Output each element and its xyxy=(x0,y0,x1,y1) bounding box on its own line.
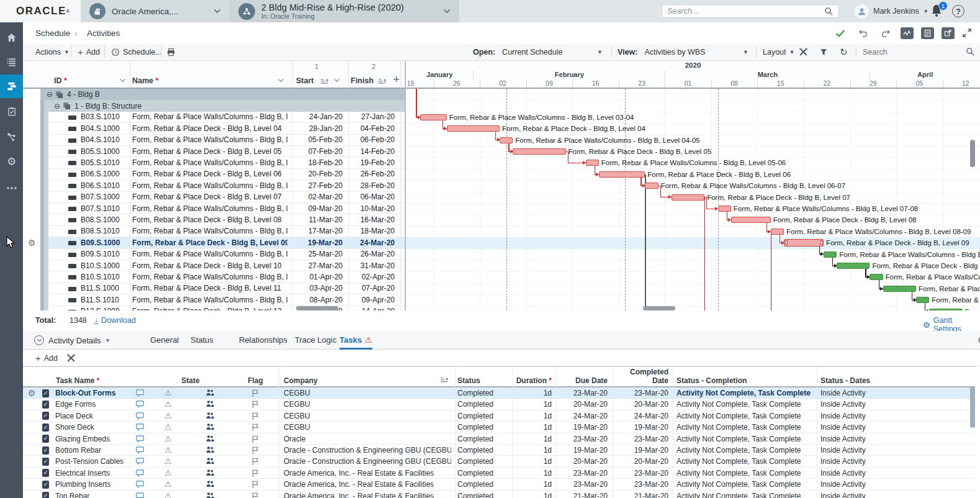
search-icon[interactable] xyxy=(824,7,834,16)
tab-relationships[interactable]: Relationships xyxy=(239,331,287,350)
assignees-icon[interactable] xyxy=(205,435,215,442)
table-row[interactable]: B11.S.1010Form, Rebar & Place Walls/Colu… xyxy=(48,294,405,306)
refresh-button[interactable]: ↻ xyxy=(840,43,848,60)
warning-icon[interactable]: ⚠ xyxy=(164,411,172,420)
global-search-input[interactable] xyxy=(667,7,824,16)
table-row[interactable]: B05.S.1010Form, Rebar & Place Walls/Colu… xyxy=(48,157,405,168)
download-button[interactable]: ↓ Download xyxy=(94,316,136,325)
table-hscrollbar[interactable] xyxy=(296,306,338,310)
comment-icon[interactable] xyxy=(135,412,145,420)
comment-icon[interactable] xyxy=(135,469,145,477)
flag-icon[interactable] xyxy=(251,423,259,432)
gantt-bar[interactable] xyxy=(599,171,645,178)
gantt-bar[interactable] xyxy=(513,148,565,155)
layout-menu[interactable]: Layout▼ xyxy=(763,43,794,60)
chevron-down-icon[interactable] xyxy=(119,78,126,83)
user-menu[interactable]: Mark Jenkins ▼ xyxy=(855,0,928,22)
gantt-bar[interactable] xyxy=(771,229,784,235)
warning-icon[interactable]: ⚠ xyxy=(164,468,172,478)
comment-icon[interactable] xyxy=(135,423,145,431)
column-header-completed-date[interactable]: Completed xyxy=(615,368,668,376)
column-header-status[interactable]: Status xyxy=(457,376,480,385)
column-header-state[interactable]: State xyxy=(166,376,215,385)
gantt-bar[interactable] xyxy=(500,137,513,143)
toolbar-search-input[interactable] xyxy=(863,48,937,57)
project-selector[interactable]: 2 Bldg Mid-Rise & High-Rise (2020) In: O… xyxy=(230,0,459,22)
gantt-bar[interactable] xyxy=(916,297,929,303)
flag-icon[interactable] xyxy=(251,400,259,409)
column-header-duration[interactable]: Duration * xyxy=(513,376,552,385)
gantt-hscrollbar[interactable] xyxy=(643,306,675,310)
warning-icon[interactable]: ⚠ xyxy=(164,422,172,432)
chevron-down-icon[interactable] xyxy=(277,78,284,83)
table-row[interactable]: B07.S.1000Form, Rebar & Place Deck - Bld… xyxy=(48,192,405,203)
tasks-vscrollbar[interactable] xyxy=(970,387,975,428)
assignees-icon[interactable] xyxy=(205,480,215,487)
help-button[interactable]: ? xyxy=(952,5,964,17)
redo-button[interactable] xyxy=(881,22,891,43)
assignees-icon[interactable] xyxy=(205,389,215,396)
notifications-button[interactable]: 1 xyxy=(930,3,946,19)
nav-more[interactable] xyxy=(0,176,23,200)
tab-status[interactable]: Status xyxy=(191,331,214,350)
flag-icon[interactable] xyxy=(251,446,259,455)
comment-icon[interactable] xyxy=(135,435,145,443)
add-activity-button[interactable]: +Add xyxy=(78,43,100,60)
collapse-toggle-icon[interactable]: ⊖ xyxy=(54,102,60,111)
workspace-selector[interactable]: Oracle America,... xyxy=(81,0,230,22)
column-header-name[interactable]: Name * xyxy=(132,76,158,85)
table-row[interactable]: B08.S.1000Form, Rebar & Place Deck - Bld… xyxy=(48,214,405,225)
table-row[interactable]: B05.S.1000Form, Rebar & Place Deck - Bld… xyxy=(48,146,405,157)
activity-details-selector[interactable]: Activity Details ▼ xyxy=(34,331,110,350)
filter-button[interactable] xyxy=(819,43,828,60)
column-header-status-dates[interactable]: Status - Dates xyxy=(820,376,870,385)
gantt-bar-selected[interactable] xyxy=(784,239,824,247)
global-search[interactable] xyxy=(662,4,839,18)
bar-resize-handle[interactable] xyxy=(820,240,822,245)
flag-icon[interactable] xyxy=(251,389,259,397)
comment-icon[interactable] xyxy=(135,389,145,397)
flag-icon[interactable] xyxy=(251,435,259,443)
comment-icon[interactable] xyxy=(135,492,145,498)
gantt-bar[interactable] xyxy=(883,286,916,292)
column-header-id[interactable]: ID * xyxy=(54,76,67,85)
column-header-due-date[interactable]: Due Date xyxy=(558,376,608,385)
warning-icon[interactable]: ⚠ xyxy=(164,456,172,466)
task-row[interactable]: ✓Glazing Embeds⚠OracleCompleted1d23-Mar-… xyxy=(23,433,975,445)
gantt-bar[interactable] xyxy=(837,263,870,269)
gantt-bar[interactable] xyxy=(672,194,704,201)
task-row[interactable]: ✓Top Rebar⚠Oracle America, Inc. - Real E… xyxy=(23,491,975,498)
comment-icon[interactable] xyxy=(135,457,145,465)
toolbar-search[interactable] xyxy=(863,43,937,60)
fullscreen-button[interactable] xyxy=(962,22,972,43)
share-button[interactable] xyxy=(942,22,955,43)
view-select[interactable]: View:Activities by WBS xyxy=(618,43,705,60)
flag-icon[interactable] xyxy=(251,412,259,420)
tab-trace-logic[interactable]: Trace Logic xyxy=(295,331,336,350)
gantt-bar[interactable] xyxy=(870,274,883,280)
flag-icon[interactable] xyxy=(251,469,259,478)
gantt-bar[interactable] xyxy=(824,251,837,258)
gear-icon[interactable]: ⚙ xyxy=(978,335,980,346)
add-column-button[interactable]: + xyxy=(393,73,400,86)
gantt-bar[interactable] xyxy=(645,183,658,189)
flag-icon[interactable] xyxy=(251,457,259,466)
warning-icon[interactable]: ⚠ xyxy=(164,479,172,489)
comment-icon[interactable] xyxy=(135,446,145,454)
table-row[interactable]: B09.S.1010Form, Rebar & Place Walls/Colu… xyxy=(48,249,405,260)
gantt-vscrollbar[interactable] xyxy=(970,140,975,167)
table-row[interactable]: B04.S.1000Form, Rebar & Place Deck - Bld… xyxy=(48,123,405,134)
gantt-bar[interactable] xyxy=(731,217,771,223)
assignees-icon[interactable] xyxy=(205,412,215,419)
column-header-finish[interactable]: Finish xyxy=(351,76,374,85)
warning-icon[interactable]: ⚠ xyxy=(164,445,172,455)
task-row[interactable]: ✓Plumbing Inserts⚠Oracle America, Inc. -… xyxy=(23,479,975,490)
gantt-bar[interactable] xyxy=(718,206,731,212)
nav-tasks[interactable] xyxy=(0,99,23,123)
collapse-toggle-icon[interactable]: ⊖ xyxy=(47,90,53,99)
column-header-start[interactable]: Start xyxy=(296,76,313,85)
print-button[interactable] xyxy=(166,43,176,60)
table-row[interactable]: B11.S.1000Form, Rebar & Place Deck - Bld… xyxy=(48,283,405,294)
task-row[interactable]: ✓Block-Out Forms⚠CEGBUCompleted1d23-Mar-… xyxy=(23,387,975,399)
nav-settings[interactable]: ⚙ xyxy=(0,150,23,173)
